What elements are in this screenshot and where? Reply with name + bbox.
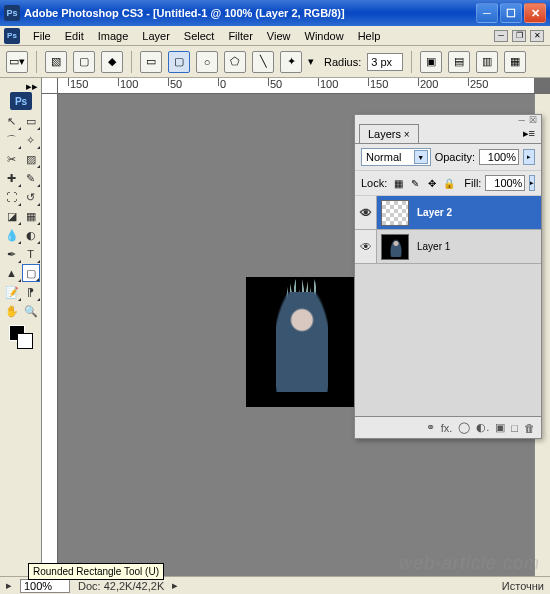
fill-flyout-icon[interactable]: ▸ [529,175,535,191]
ellipse-shape-icon[interactable]: ○ [196,51,218,73]
vertical-ruler[interactable] [42,94,58,576]
window-maximize-button[interactable]: ☐ [500,3,522,23]
fill-input[interactable] [485,175,525,191]
zoom-tool-icon[interactable]: 🔍 [22,302,40,320]
toolbox-collapse-icon[interactable]: ▸▸ [26,80,38,90]
gradient-tool-icon[interactable]: ▦ [22,207,40,225]
type-tool-icon[interactable]: T [22,245,40,263]
layer-item[interactable]: 👁 Layer 1 [355,230,541,264]
link-layers-icon[interactable]: ⚭ [426,421,435,434]
combine-intersect-icon[interactable]: ▥ [476,51,498,73]
eraser-tool-icon[interactable]: ◪ [3,207,21,225]
layer-visibility-icon[interactable]: 👁 [355,196,377,229]
healing-tool-icon[interactable]: ✚ [3,169,21,187]
lasso-tool-icon[interactable]: ⌒ [3,131,21,149]
fill-pixels-icon[interactable]: ◆ [101,51,123,73]
blur-tool-icon[interactable]: 💧 [3,226,21,244]
ruler-origin[interactable] [42,78,58,94]
menu-window[interactable]: Window [298,28,351,44]
panel-close-icon[interactable]: ☒ [529,115,537,123]
opacity-label: Opacity: [435,151,475,163]
layer-style-icon[interactable]: fx. [441,422,453,434]
paths-icon[interactable]: ▢ [73,51,95,73]
window-close-button[interactable]: ✕ [524,3,546,23]
move-tool-icon[interactable]: ↖ [3,112,21,130]
tool-preset-icon[interactable]: ▭▾ [6,51,28,73]
ps-logo-icon[interactable]: Ps [10,92,32,110]
combine-subtract-icon[interactable]: ▤ [448,51,470,73]
app-menu-icon[interactable]: Ps [4,28,20,44]
menu-layer[interactable]: Layer [135,28,177,44]
blend-mode-select[interactable]: Normal ▼ [361,148,431,166]
geometry-options-icon[interactable]: ▾ [308,55,314,68]
custom-shape-icon[interactable]: ✦ [280,51,302,73]
crop-tool-icon[interactable]: ✂ [3,150,21,168]
toolbox: ▸▸ Ps ↖ ▭ ⌒ ✧ ✂ ▨ ✚ ✎ ⛶ ↺ ◪ [0,78,42,349]
lock-transparency-icon[interactable]: ▦ [391,176,405,190]
pen-tool-icon[interactable]: ✒ [3,245,21,263]
panel-menu-icon[interactable]: ▸≡ [517,127,541,140]
doc-minimize-button[interactable]: ─ [494,30,508,42]
layer-name-label[interactable]: Layer 2 [413,207,452,218]
slice-tool-icon[interactable]: ▨ [22,150,40,168]
combine-exclude-icon[interactable]: ▦ [504,51,526,73]
doc-restore-button[interactable]: ❐ [512,30,526,42]
menu-file[interactable]: File [26,28,58,44]
opacity-input[interactable] [479,149,519,165]
layers-tab[interactable]: Layers × [359,124,419,143]
lock-position-icon[interactable]: ✥ [425,176,439,190]
menu-select[interactable]: Select [177,28,222,44]
new-layer-icon[interactable]: □ [511,422,518,434]
menu-help[interactable]: Help [351,28,388,44]
line-shape-icon[interactable]: ╲ [252,51,274,73]
radius-input[interactable] [367,53,403,71]
menubar: Ps File Edit Image Layer Select Filter V… [0,26,550,46]
layer-name-label[interactable]: Layer 1 [413,241,450,252]
horizontal-ruler[interactable]: 150 100 50 0 50 100 150 200 250 [58,78,534,94]
menu-view[interactable]: View [260,28,298,44]
history-brush-tool-icon[interactable]: ↺ [22,188,40,206]
dodge-tool-icon[interactable]: ◐ [22,226,40,244]
status-expand-icon[interactable]: ▸ [6,579,12,592]
adjustment-layer-icon[interactable]: ◐. [476,421,489,434]
doc-info-label: Doc: 42,2K/42,2K [78,580,164,592]
radius-label: Radius: [324,56,361,68]
shape-tool-icon[interactable]: ▢ [22,264,40,282]
color-swatches[interactable] [9,325,33,349]
menu-edit[interactable]: Edit [58,28,91,44]
menu-image[interactable]: Image [91,28,136,44]
hand-tool-icon[interactable]: ✋ [3,302,21,320]
doc-close-button[interactable]: ✕ [530,30,544,42]
layer-group-icon[interactable]: ▣ [495,421,505,434]
layer-item[interactable]: 👁 Layer 2 [355,196,541,230]
opacity-flyout-icon[interactable]: ▸ [523,149,535,165]
zoom-input[interactable] [20,579,70,593]
canvas-image [246,277,358,407]
path-select-tool-icon[interactable]: ▲ [3,264,21,282]
layer-mask-icon[interactable]: ◯ [458,421,470,434]
lock-all-icon[interactable]: 🔒 [442,176,456,190]
combine-add-icon[interactable]: ▣ [420,51,442,73]
menu-filter[interactable]: Filter [221,28,259,44]
stamp-tool-icon[interactable]: ⛶ [3,188,21,206]
doc-info-flyout-icon[interactable]: ▸ [172,579,178,592]
brush-tool-icon[interactable]: ✎ [22,169,40,187]
shape-layers-icon[interactable]: ▧ [45,51,67,73]
eyedropper-tool-icon[interactable]: ⁋ [22,283,40,301]
rectangle-shape-icon[interactable]: ▭ [140,51,162,73]
lock-pixels-icon[interactable]: ✎ [408,176,422,190]
layer-thumbnail[interactable] [381,200,409,226]
rounded-rectangle-shape-icon[interactable]: ▢ [168,51,190,73]
layer-thumbnail[interactable] [381,234,409,260]
workspace: ▸▸ Ps ↖ ▭ ⌒ ✧ ✂ ▨ ✚ ✎ ⛶ ↺ ◪ [0,78,550,576]
polygon-shape-icon[interactable]: ⬠ [224,51,246,73]
marquee-tool-icon[interactable]: ▭ [22,112,40,130]
window-minimize-button[interactable]: ─ [476,3,498,23]
panel-minimize-icon[interactable]: ─ [519,115,525,123]
layer-visibility-icon[interactable]: 👁 [355,230,377,263]
layers-panel: ─ ☒ Layers × ▸≡ Normal ▼ Opacity: ▸ Lock… [354,114,542,439]
wand-tool-icon[interactable]: ✧ [22,131,40,149]
app-icon: Ps [4,5,20,21]
notes-tool-icon[interactable]: 📝 [3,283,21,301]
delete-layer-icon[interactable]: 🗑 [524,422,535,434]
